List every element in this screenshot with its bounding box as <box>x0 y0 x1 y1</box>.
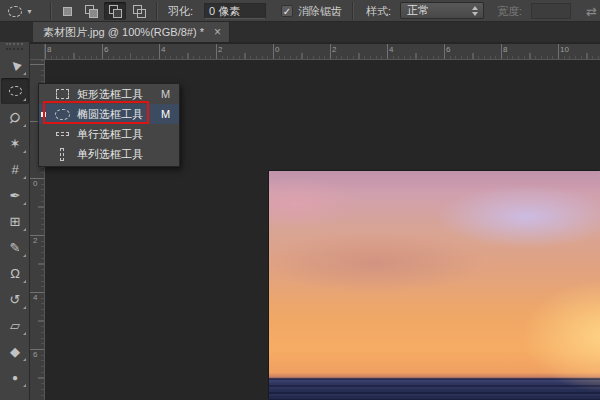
magic-wand-icon: ✶ <box>10 136 21 151</box>
ruler-number: 4 <box>161 45 165 54</box>
menu-item-label: 矩形选框工具 <box>77 87 161 102</box>
ruler-number: 6 <box>104 45 108 54</box>
ruler-number: 4 <box>389 45 393 54</box>
menu-item-single-row-marquee[interactable]: 单行选框工具 <box>39 124 179 144</box>
chevron-down-icon: ▼ <box>26 8 33 15</box>
move-tool[interactable]: ▶ <box>1 52 29 78</box>
antialias-option[interactable]: ✓ 消除锯齿 <box>281 0 342 22</box>
tools-panel: ▶ Ϙ ✶ # ✒ ⊞ ✎ Ω ↺ ▱ ◆ ● <box>0 42 30 400</box>
rect-marquee-icon <box>56 89 69 99</box>
options-bar: ▼ 羽化: 0 像素 ✓ 消除锯齿 样式: 正常 宽度: <box>0 0 600 22</box>
blur-tool[interactable]: ● <box>1 364 29 390</box>
history-brush-tool[interactable]: ↺ <box>1 286 29 312</box>
magic-wand-tool[interactable]: ✶ <box>1 130 29 156</box>
ruler-number: 10 <box>560 45 569 54</box>
style-value: 正常 <box>407 3 429 18</box>
horizontal-ruler[interactable]: 86420246810 <box>30 44 600 60</box>
current-tool-bullet <box>41 112 46 117</box>
intersect-selection-button[interactable] <box>128 2 150 20</box>
ruler-number: 8 <box>503 45 507 54</box>
ruler-number: 6 <box>33 350 37 359</box>
antialias-checkbox[interactable]: ✓ <box>281 5 293 17</box>
lasso-tool[interactable]: Ϙ <box>1 104 29 130</box>
divider <box>156 2 157 20</box>
single-column-marquee-icon <box>60 148 64 161</box>
feather-value: 0 像素 <box>209 4 240 19</box>
patch-icon: ⊞ <box>10 214 21 229</box>
brush-icon: ✎ <box>10 240 21 255</box>
menu-item-label: 单列选框工具 <box>77 147 161 162</box>
ruler-number: 2 <box>33 236 37 245</box>
ellipse-marquee-icon <box>8 6 22 17</box>
divider <box>50 2 51 20</box>
width-input <box>531 3 571 19</box>
menu-item-single-column-marquee[interactable]: 单列选框工具 <box>39 144 179 164</box>
paint-bucket-icon: ◆ <box>10 344 20 359</box>
spinner-arrows-icon <box>472 6 478 16</box>
ruler-number: 6 <box>446 45 450 54</box>
style-dropdown[interactable]: 正常 <box>400 2 484 19</box>
ruler-number: 2 <box>332 45 336 54</box>
menu-shortcut: M <box>161 88 179 100</box>
marquee-tool[interactable] <box>1 78 29 104</box>
style-label: 样式: <box>366 0 391 22</box>
divider <box>352 2 353 20</box>
width-label: 宽度: <box>497 0 522 22</box>
ellipse-marquee-icon <box>9 86 22 96</box>
water-drop-icon: ● <box>12 372 18 383</box>
ruler-number: 0 <box>33 179 37 188</box>
antialias-label: 消除锯齿 <box>298 4 342 19</box>
move-icon: ▶ <box>7 57 22 72</box>
eraser-icon: ▱ <box>10 318 20 333</box>
ruler-number: 8 <box>47 45 51 54</box>
menu-item-rect-marquee[interactable]: 矩形选框工具 M <box>39 84 179 104</box>
ruler-number: 0 <box>275 45 279 54</box>
document-tab-title: 素材图片.jpg @ 100%(RGB/8#) * <box>43 25 204 40</box>
feather-input[interactable]: 0 像素 <box>204 3 266 19</box>
marquee-tool-flyout-menu: 矩形选框工具 M 椭圆选框工具 M 单行选框工具 单列选框工具 <box>38 83 180 167</box>
swap-dimensions-icon[interactable]: ⇄ <box>586 0 597 22</box>
stamp-icon: Ω <box>10 266 20 281</box>
ruler-number: 4 <box>33 293 37 302</box>
ruler-corner <box>30 44 45 60</box>
history-brush-icon: ↺ <box>10 292 21 307</box>
menu-item-label: 单行选框工具 <box>77 127 161 142</box>
document-tab[interactable]: 素材图片.jpg @ 100%(RGB/8#) * × <box>33 22 230 42</box>
add-selection-button[interactable] <box>80 2 102 20</box>
clone-stamp-tool[interactable]: Ω <box>1 260 29 286</box>
new-selection-button[interactable] <box>56 2 78 20</box>
single-row-marquee-icon <box>56 132 69 136</box>
ruler-number: 2 <box>218 45 222 54</box>
lasso-icon: Ϙ <box>6 108 23 126</box>
crop-icon: # <box>11 162 18 177</box>
eyedropper-icon: ✒ <box>10 188 21 203</box>
tool-preset-picker[interactable]: ▼ <box>8 0 33 22</box>
feather-label: 羽化: <box>168 0 193 22</box>
crop-tool[interactable]: # <box>1 156 29 182</box>
document-tab-bar: 素材图片.jpg @ 100%(RGB/8#) * × <box>0 22 600 42</box>
menu-item-ellipse-marquee[interactable]: 椭圆选框工具 M <box>39 104 179 124</box>
close-tab-icon[interactable]: × <box>214 25 221 39</box>
panel-grip[interactable] <box>6 43 23 50</box>
paint-bucket-tool[interactable]: ◆ <box>1 338 29 364</box>
brush-tool[interactable]: ✎ <box>1 234 29 260</box>
subtract-selection-button[interactable] <box>104 2 126 20</box>
menu-item-label: 椭圆选框工具 <box>77 107 161 122</box>
healing-brush-tool[interactable]: ⊞ <box>1 208 29 234</box>
menu-shortcut: M <box>161 108 179 120</box>
ellipse-marquee-icon <box>55 109 70 120</box>
photoshop-window: ▼ 羽化: 0 像素 ✓ 消除锯齿 样式: 正常 宽度: <box>0 0 600 400</box>
eyedropper-tool[interactable]: ✒ <box>1 182 29 208</box>
sunset-photo[interactable] <box>269 171 600 400</box>
eraser-tool[interactable]: ▱ <box>1 312 29 338</box>
